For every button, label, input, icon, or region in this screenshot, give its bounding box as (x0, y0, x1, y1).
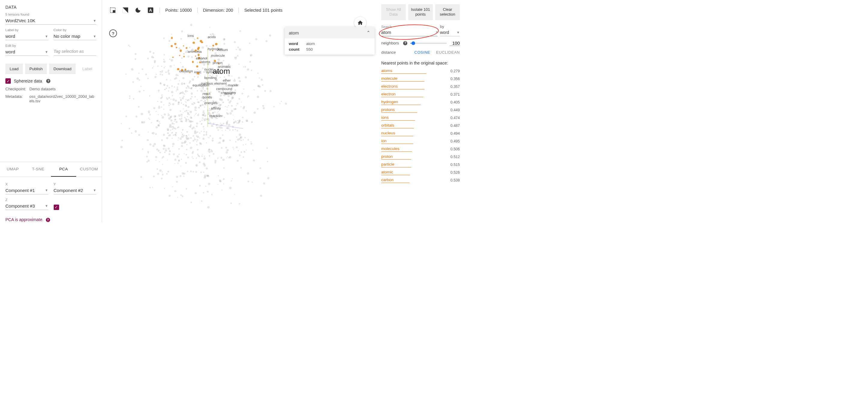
point-label: acids (208, 35, 216, 39)
regex-toggle[interactable]: .* (435, 30, 438, 35)
pca-z-checkbox[interactable]: ✓ (54, 205, 59, 210)
tab-tsne[interactable]: T-SNE (26, 162, 51, 177)
points-count: Points: 10000 (165, 8, 192, 12)
metadata-label: Metadata: (5, 94, 29, 103)
help-icon[interactable]: ? (46, 218, 50, 222)
edit-by-select[interactable]: word▼ (5, 48, 48, 56)
pca-y-select[interactable]: Component #2▼ (54, 186, 97, 195)
svg-rect-1 (113, 10, 115, 12)
nearest-item[interactable]: ions0.474 (381, 115, 460, 121)
point-label: react (203, 92, 211, 95)
point-label: ethanol (196, 56, 207, 60)
nearest-item[interactable]: hydrogen0.405 (381, 99, 460, 105)
show-all-button: Show All Data (381, 4, 406, 20)
load-button[interactable]: Load (5, 64, 23, 74)
point-label: bonding (204, 76, 217, 80)
point-label: marker (228, 83, 239, 87)
tab-custom[interactable]: CUSTOM (76, 162, 102, 177)
sphereize-checkbox[interactable]: ✓ (5, 78, 11, 84)
distance-label: distance (381, 50, 396, 55)
nearest-item[interactable]: orbitals0.487 (381, 123, 460, 128)
pca-note: PCA is approximate. (5, 217, 43, 222)
neighbors-value[interactable] (450, 40, 460, 46)
contrast-icon[interactable] (122, 7, 129, 14)
checkpoint-value: Demo datasets (29, 87, 96, 91)
chevron-down-icon: ▼ (45, 34, 48, 38)
nearest-item[interactable]: molecules0.506 (381, 146, 460, 152)
point-label: ammonia (187, 50, 202, 53)
selected-point-label: atom (213, 67, 230, 76)
clear-selection-button[interactable]: Clear selection (435, 4, 460, 20)
nearest-item[interactable]: atoms0.279 (381, 68, 460, 74)
nearest-item[interactable]: electrons0.357 (381, 84, 460, 89)
help-icon[interactable]: ? (403, 41, 407, 45)
distance-cosine[interactable]: COSINE (414, 50, 430, 55)
search-by-select[interactable]: word▼ (440, 29, 460, 36)
nearest-item[interactable]: particle0.515 (381, 162, 460, 167)
point-label: reaction (209, 114, 222, 118)
label-by-label: Label by (5, 28, 48, 32)
chevron-down-icon: ▼ (45, 188, 48, 192)
point-label: proton (213, 61, 222, 64)
data-title: DATA (0, 0, 102, 12)
select-tool-icon[interactable] (109, 7, 116, 14)
nearest-item[interactable]: protons0.449 (381, 108, 460, 113)
nearest-item[interactable]: ion0.495 (381, 139, 460, 144)
point-label: ions (187, 34, 194, 37)
point-label: energies (204, 101, 217, 105)
tooltip-header[interactable]: atom⌃ (285, 27, 375, 38)
help-icon[interactable]: ? (109, 29, 117, 37)
chevron-down-icon: ▼ (45, 50, 48, 54)
point-tooltip: atom⌃ wordatom count550 (285, 27, 375, 55)
label-by-select[interactable]: word▼ (5, 32, 48, 40)
help-icon[interactable]: ? (46, 79, 51, 83)
checkpoint-label: Checkpoint: (5, 87, 29, 91)
nearest-item[interactable]: molecule0.356 (381, 76, 460, 82)
point-label: ether (223, 79, 231, 82)
pca-y-label: Y (54, 182, 97, 186)
pca-x-select[interactable]: Component #1▼ (5, 186, 48, 195)
search-label: Search (381, 25, 438, 29)
chevron-down-icon: ▼ (45, 204, 48, 208)
publish-button[interactable]: Publish (25, 64, 47, 74)
download-button[interactable]: Download (49, 64, 75, 74)
pca-z-select[interactable]: Component #3▼ (5, 202, 48, 210)
point-label: equilibrium (192, 83, 209, 87)
nearest-item[interactable]: carbon0.538 (381, 178, 460, 183)
chevron-up-icon: ⌃ (367, 30, 370, 35)
text-label-icon[interactable]: A (147, 7, 154, 14)
dimension-count: Dimension: 200 (203, 8, 234, 12)
tab-umap[interactable]: UMAP (0, 162, 26, 177)
nearest-title: Nearest points in the original space: (381, 61, 460, 65)
neighbors-label: neighbors (381, 41, 399, 45)
nearest-item[interactable]: electron0.371 (381, 92, 460, 97)
nearest-item[interactable]: proton0.512 (381, 154, 460, 159)
selected-count: Selected 101 points (244, 8, 282, 12)
nearest-item[interactable]: atomic0.526 (381, 170, 460, 175)
night-mode-icon[interactable] (134, 7, 142, 14)
color-by-select[interactable]: No color map▼ (54, 32, 97, 40)
chevron-down-icon: ▼ (457, 31, 460, 34)
tensor-select[interactable]: Word2Vec 10K▼ (5, 17, 96, 25)
tag-input[interactable] (54, 47, 97, 56)
nearest-item[interactable]: nucleus0.494 (381, 131, 460, 136)
distance-euclidean[interactable]: EUCLIDEAN (436, 50, 460, 55)
point-label: helium (218, 48, 228, 52)
search-input[interactable] (381, 29, 438, 36)
point-label: atoms (201, 60, 210, 64)
point-label: compound (216, 87, 232, 91)
pca-x-label: X (5, 182, 48, 186)
point-label: ionic (194, 70, 202, 74)
edit-by-label: Edit by (5, 44, 48, 48)
label-button: Label (78, 64, 96, 74)
point-label: bonds (203, 95, 212, 99)
scatter-plot[interactable]: ionsacidshydrogenheliumammoniaethanolmol… (117, 21, 287, 222)
neighbors-slider[interactable] (410, 43, 446, 43)
color-by-label: Color by (54, 28, 97, 32)
point-label: oxidation (179, 69, 193, 73)
isolate-button[interactable]: Isolate 101 points (408, 4, 433, 20)
tab-pca[interactable]: PCA (51, 162, 76, 177)
search-by-label: by (440, 24, 460, 29)
svg-text:A: A (149, 8, 152, 12)
metadata-value: oss_data/word2vec_10000_200d_labels.tsv (29, 94, 96, 103)
